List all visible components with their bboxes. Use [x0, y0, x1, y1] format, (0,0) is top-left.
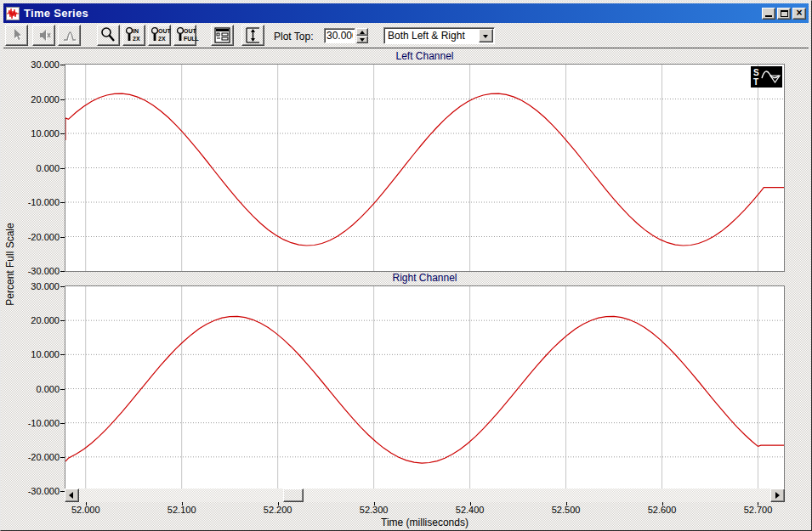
y-tick-mark	[60, 457, 65, 458]
y-tick-mark	[60, 320, 65, 321]
right-channel-chart	[65, 286, 784, 491]
y-axis-title: Percent Full Scale	[4, 196, 16, 332]
y-tick-label: -10.000	[3, 418, 60, 428]
zoom-out-full-label-bottom: FULL	[184, 36, 199, 42]
select-cursor-button[interactable]	[5, 25, 28, 46]
minimize-icon	[765, 15, 772, 17]
down-arrow-icon	[360, 38, 365, 42]
y-tick-mark	[60, 286, 65, 287]
scroll-right-button[interactable]	[770, 489, 785, 502]
muted-speaker-icon	[33, 25, 54, 45]
plot-title-left-channel: Left Channel	[65, 50, 785, 62]
x-tick-label: 52.100	[156, 505, 207, 515]
display-options-icon	[212, 25, 233, 45]
app-window: Time Series ×	[0, 0, 812, 531]
y-tick-mark	[60, 99, 65, 100]
y-tick-label: 10.000	[3, 349, 60, 359]
y-tick-label: 30.000	[3, 281, 60, 291]
plot-area: Percent Full Scale Left Channel S T Righ…	[3, 48, 809, 529]
peak-curve-icon	[59, 25, 80, 45]
left-channel-chart	[65, 65, 784, 271]
close-icon: ×	[796, 8, 802, 18]
maximize-button[interactable]	[777, 8, 791, 20]
x-tick-label: 52.400	[445, 505, 496, 515]
left-channel-plot[interactable]: S T	[65, 64, 785, 272]
mute-button[interactable]	[32, 25, 55, 46]
cursor-arrow-icon	[6, 25, 27, 45]
toolbar: IN 2X OUT 2X OUT FULL	[3, 23, 809, 48]
chevron-down-icon	[483, 35, 488, 38]
zoom-in-2x-label-top: IN	[133, 28, 139, 34]
display-options-button[interactable]	[211, 25, 234, 46]
combo-dropdown-button[interactable]	[479, 29, 493, 42]
y-tick-mark	[60, 168, 65, 169]
time-scrollbar	[65, 489, 785, 502]
svg-text:T: T	[753, 77, 758, 87]
y-tick-label: 0.000	[3, 384, 60, 394]
x-tick-label: 52.300	[349, 505, 400, 515]
up-arrow-icon	[360, 31, 365, 34]
window-controls: ×	[762, 8, 806, 20]
channel-select-value: Both Left & Right	[384, 30, 479, 42]
y-tick-mark	[60, 65, 65, 65]
zoom-out-full-label-top: OUT	[184, 28, 196, 34]
vertical-range-icon	[242, 25, 264, 45]
zoom-tool-button[interactable]	[97, 25, 120, 46]
right-arrow-icon	[775, 492, 780, 499]
y-tick-mark	[60, 389, 65, 390]
x-tick-label: 52.500	[541, 505, 592, 515]
y-tick-mark	[60, 237, 65, 238]
y-tick-mark	[60, 354, 65, 355]
magnifier-icon	[98, 25, 119, 45]
scroll-left-button[interactable]	[65, 489, 79, 502]
y-tick-mark	[60, 133, 65, 134]
scrollbar-track[interactable]	[79, 489, 770, 502]
x-tick-label: 52.200	[253, 505, 304, 515]
x-tick-label: 52.000	[60, 505, 111, 515]
zoom-out-2x-label-top: OUT	[158, 28, 171, 34]
waveform-app-icon	[6, 7, 20, 20]
st-logo-badge: S T	[751, 66, 782, 88]
plot-title-right-channel: Right Channel	[65, 272, 785, 284]
plot-range-button[interactable]	[241, 25, 264, 46]
right-channel-plot[interactable]	[65, 285, 785, 492]
peak-button[interactable]	[58, 25, 81, 46]
zoom-out-full-button[interactable]: OUT FULL	[173, 25, 196, 46]
y-tick-label: 10.000	[3, 128, 60, 138]
window-title: Time Series	[24, 7, 762, 20]
maximize-icon	[781, 10, 788, 17]
y-tick-mark	[60, 202, 65, 203]
x-tick-label: 52.700	[732, 505, 783, 515]
y-tick-label: -10.000	[3, 197, 60, 207]
st-sine-logo-icon: S T	[751, 66, 782, 88]
left-channel-waveform	[65, 93, 784, 246]
channel-select-combo[interactable]: Both Left & Right	[383, 27, 495, 44]
plot-top-input[interactable]	[324, 28, 355, 43]
zoom-out-2x-button[interactable]: OUT 2X	[148, 25, 171, 46]
spinner-up-button[interactable]	[356, 28, 368, 36]
y-tick-label: 30.000	[3, 59, 60, 70]
zoom-in-2x-label-bottom: 2X	[133, 36, 140, 42]
y-tick-label: 20.000	[3, 94, 60, 105]
titlebar[interactable]: Time Series ×	[3, 3, 809, 23]
svg-text:S: S	[753, 68, 759, 77]
y-tick-label: -30.000	[3, 486, 60, 496]
right-channel-waveform	[65, 316, 784, 463]
x-axis-title: Time (milliseconds)	[65, 517, 785, 528]
left-arrow-icon	[69, 492, 73, 499]
minimize-button[interactable]	[762, 8, 775, 20]
spinner-down-button[interactable]	[356, 36, 368, 43]
x-tick-label: 52.600	[637, 505, 688, 515]
y-tick-label: -30.000	[3, 266, 60, 276]
scrollbar-thumb[interactable]	[283, 489, 304, 502]
plot-top-spinner	[356, 28, 368, 43]
y-tick-label: -20.000	[3, 232, 60, 242]
y-tick-label: 0.000	[3, 163, 60, 173]
close-button[interactable]: ×	[792, 8, 806, 20]
plot-top-label: Plot Top:	[274, 31, 313, 42]
zoom-out-2x-label-bottom: 2X	[158, 36, 166, 42]
y-tick-mark	[60, 491, 65, 492]
y-tick-label: -20.000	[3, 452, 60, 462]
zoom-in-2x-button[interactable]: IN 2X	[122, 25, 145, 46]
y-tick-mark	[60, 423, 65, 424]
